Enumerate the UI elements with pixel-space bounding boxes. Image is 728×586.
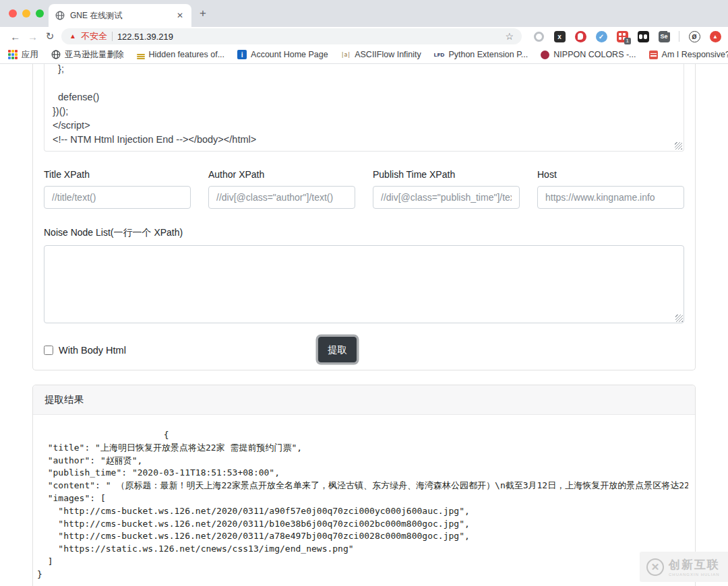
insecure-warning-icon[interactable]: ▲: [69, 33, 76, 40]
noise-node-list-textarea[interactable]: [44, 245, 684, 323]
bookmark-label: NIPPON COLORS -...: [553, 50, 636, 59]
url-divider: [112, 32, 113, 41]
address-bar[interactable]: ▲ 不安全 122.51.39.219 ☆: [61, 28, 522, 44]
bookmark-asciiflow[interactable]: |a| ASCIIFlow Infinity: [341, 50, 421, 59]
dark-eyes-extension-icon[interactable]: [637, 30, 649, 42]
maximize-window-button[interactable]: [36, 9, 44, 18]
with-body-html-checkbox[interactable]: [44, 346, 53, 355]
bookmark-label: Hidden features of...: [149, 50, 225, 59]
apps-shortcut[interactable]: 应用: [8, 49, 38, 61]
field-host: Host: [537, 169, 684, 209]
minimize-window-button[interactable]: [22, 9, 30, 18]
title-xpath-label: Title XPath: [44, 169, 191, 180]
field-author-xpath: Author XPath: [208, 169, 355, 209]
bookmark-nippon-colors[interactable]: NIPPON COLORS -...: [541, 50, 636, 59]
red-list-icon: [649, 51, 658, 59]
host-input[interactable]: [537, 186, 684, 209]
author-xpath-label: Author XPath: [208, 169, 355, 180]
publish-time-xpath-label: Publish Time XPath: [373, 169, 520, 180]
watermark-caption: CHUANGXIN HULIAN: [669, 573, 720, 577]
red-circle-icon: [541, 51, 549, 59]
red-grid-extension-icon[interactable]: 1: [616, 30, 628, 42]
with-body-html-option[interactable]: With Body Html: [44, 345, 126, 356]
field-title-xpath: Title XPath: [44, 169, 191, 209]
bookmark-label: 亚马逊批量删除: [65, 49, 124, 61]
watermark-name: 创新互联: [669, 557, 720, 573]
watermark-logo-icon: ✕: [646, 558, 664, 576]
noise-node-list-label: Noise Node List(一行一个 XPath): [44, 227, 684, 239]
close-window-button[interactable]: [9, 9, 17, 18]
x-extension-icon[interactable]: x: [553, 30, 566, 42]
bookmark-hidden-features[interactable]: Hidden features of...: [137, 50, 225, 59]
bookmark-account-home[interactable]: i Account Home Page: [237, 50, 328, 59]
bookmark-label: Account Home Page: [251, 50, 328, 59]
browser-tab[interactable]: GNE 在线测试 ✕: [49, 4, 191, 27]
window-controls: [9, 9, 44, 18]
publish-time-xpath-input[interactable]: [373, 186, 520, 209]
red-rocket-extension-icon[interactable]: ▲: [709, 30, 721, 42]
forward-icon[interactable]: →: [24, 31, 42, 42]
bookmark-am-i-responsive[interactable]: Am I Responsive?: [649, 50, 728, 59]
result-json-text: { "title": "上海明日恢复开放景点将达22家 需提前预约门票", "a…: [37, 429, 688, 581]
blue-check-extension-icon[interactable]: ✓: [595, 30, 607, 42]
url-text[interactable]: 122.51.39.219: [117, 32, 501, 42]
result-card-body: { "title": "上海明日恢复开放景点将达22家 需提前预约门票", "a…: [33, 415, 695, 581]
tab-favicon-globe-icon: [55, 11, 65, 20]
xpath-field-row: Title XPath Author XPath Publish Time XP…: [44, 169, 684, 209]
selenium-extension-icon[interactable]: Se: [658, 30, 670, 42]
with-body-html-label: With Body Html: [59, 345, 126, 356]
result-card: 提取结果 { "title": "上海明日恢复开放景点将达22家 需提前预约门票…: [32, 385, 696, 586]
proxy-extension-icon[interactable]: [688, 30, 700, 42]
result-header-title: 提取结果: [44, 393, 84, 406]
back-icon[interactable]: ←: [7, 31, 24, 42]
resize-grip-icon[interactable]: [675, 142, 682, 150]
tab-title: GNE 在线测试: [70, 10, 170, 22]
bookmark-python-extension[interactable]: LFD Python Extension P...: [434, 50, 528, 59]
apps-grid-icon: [8, 50, 18, 59]
watermark: ✕ 创新互联 CHUANGXIN HULIAN: [640, 552, 728, 582]
tab-strip: GNE 在线测试 ✕ +: [0, 0, 728, 27]
browser-toolbar: ← → ↻ ▲ 不安全 122.51.39.219 ☆ x ✓ 1 Se ▲: [0, 27, 728, 46]
author-xpath-input[interactable]: [208, 186, 355, 209]
apps-label: 应用: [22, 49, 38, 61]
reload-icon[interactable]: ↻: [41, 30, 59, 42]
red-hand-extension-icon[interactable]: [574, 30, 586, 42]
blue-i-icon: i: [237, 50, 247, 59]
lfd-icon: LFD: [434, 52, 445, 58]
bookmark-label: ASCIIFlow Infinity: [355, 50, 421, 59]
html-source-textarea[interactable]: }; defense() })(); </script> <!-- NTM Ht…: [44, 64, 684, 152]
bookmark-amazon-batch[interactable]: 亚马逊批量删除: [51, 49, 124, 61]
noise-node-list-wrap: [44, 245, 684, 323]
insecure-warning-label[interactable]: 不安全: [81, 30, 107, 42]
html-source-text: }; defense() })(); </script> <!-- NTM Ht…: [53, 64, 675, 147]
action-row: With Body Html 提取: [44, 337, 684, 364]
page-content: }; defense() })(); </script> <!-- NTM Ht…: [0, 64, 728, 585]
profile-ring-icon[interactable]: [533, 30, 545, 42]
extraction-form-card: }; defense() })(); </script> <!-- NTM Ht…: [32, 64, 696, 370]
extensions-row: x ✓ 1 Se ▲: [533, 30, 721, 42]
extension-badge: 1: [624, 38, 631, 44]
field-publish-time-xpath: Publish Time XPath: [373, 169, 520, 209]
stack-icon: [137, 51, 145, 59]
result-card-header: 提取结果: [33, 385, 695, 415]
tab-close-icon[interactable]: ✕: [175, 11, 185, 20]
bookmark-label: Python Extension P...: [448, 50, 528, 59]
extensions-divider: [679, 31, 679, 42]
globe-icon: [51, 50, 61, 59]
bookmark-star-icon[interactable]: ☆: [505, 31, 514, 42]
host-label: Host: [537, 169, 684, 180]
extract-button[interactable]: 提取: [318, 337, 357, 362]
title-xpath-input[interactable]: [44, 186, 191, 209]
bookmark-label: Am I Responsive?: [662, 50, 728, 59]
new-tab-button[interactable]: +: [200, 7, 206, 20]
resize-grip-icon[interactable]: [675, 315, 683, 322]
ascii-icon: |a|: [341, 52, 351, 58]
bookmarks-bar: 应用 亚马逊批量删除 Hidden features of... i Accou…: [0, 46, 728, 64]
